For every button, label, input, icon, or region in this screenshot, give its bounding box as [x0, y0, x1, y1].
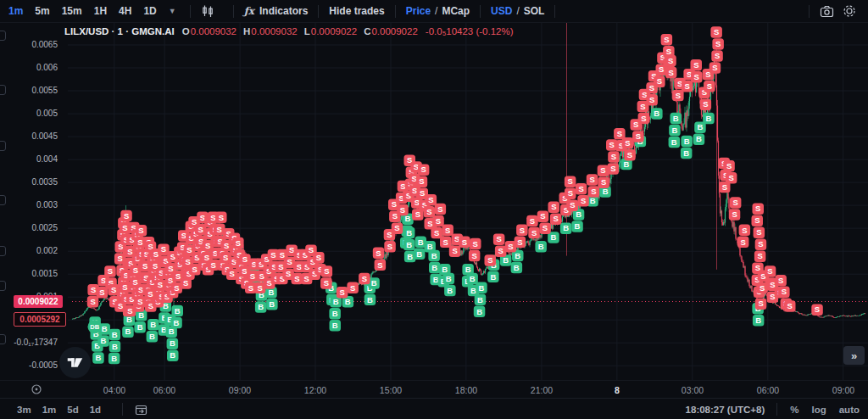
- svg-text:B: B: [705, 114, 711, 123]
- svg-text:S: S: [551, 202, 556, 211]
- svg-text:B: B: [170, 350, 175, 360]
- svg-text:B: B: [149, 332, 155, 341]
- indicators-button[interactable]: ƒx Indicators: [244, 5, 309, 17]
- svg-text:S: S: [309, 245, 314, 254]
- svg-text:S: S: [387, 242, 392, 251]
- svg-text:S: S: [462, 237, 467, 247]
- timeframe-1D[interactable]: 1D: [143, 5, 156, 17]
- svg-text:S: S: [127, 247, 132, 256]
- time-axis-border: [0, 380, 868, 381]
- svg-text:S: S: [350, 283, 355, 293]
- svg-text:S: S: [770, 280, 775, 289]
- chart-settings-button[interactable]: [843, 4, 856, 18]
- svg-text:S: S: [589, 175, 594, 184]
- svg-text:B: B: [671, 137, 677, 147]
- svg-text:B: B: [697, 122, 703, 131]
- svg-text:S: S: [133, 265, 138, 275]
- sol-option[interactable]: SOL: [524, 5, 545, 17]
- timeframe-15m[interactable]: 15m: [62, 5, 82, 17]
- timeframe-group: 1m5m15m1H4H1D: [8, 5, 169, 17]
- scroll-to-latest-button[interactable]: »: [843, 346, 865, 365]
- screenshot-button[interactable]: [820, 5, 834, 18]
- time-tick-label: 12:00: [304, 385, 326, 395]
- svg-text:B: B: [125, 327, 131, 336]
- svg-text:S: S: [443, 237, 448, 247]
- axis-settings-icon[interactable]: [31, 383, 42, 399]
- fx-icon: ƒx: [244, 5, 254, 17]
- timeframe-dropdown-caret[interactable]: ▼: [169, 7, 176, 15]
- range-1m[interactable]: 1m: [42, 405, 57, 415]
- go-to-date-button[interactable]: [135, 404, 147, 416]
- camera-icon: [820, 5, 834, 18]
- mcap-option[interactable]: MCap: [442, 5, 470, 17]
- svg-text:S: S: [445, 226, 450, 235]
- svg-text:S: S: [242, 266, 247, 276]
- range-3m[interactable]: 3m: [17, 405, 31, 415]
- svg-text:B: B: [476, 307, 482, 316]
- svg-text:S: S: [427, 219, 432, 228]
- svg-text:B: B: [576, 210, 581, 219]
- timeframe-1m[interactable]: 1m: [8, 5, 23, 17]
- range-5d[interactable]: 5d: [67, 405, 78, 415]
- ohlc-h: H0.0009032: [243, 26, 298, 36]
- range-1d[interactable]: 1d: [90, 405, 101, 415]
- svg-text:B: B: [175, 306, 181, 316]
- svg-text:S: S: [316, 253, 321, 262]
- svg-text:S: S: [392, 211, 398, 221]
- timeframe-4H[interactable]: 4H: [119, 5, 131, 17]
- timeframe-5m[interactable]: 5m: [35, 5, 49, 17]
- svg-text:S: S: [137, 237, 142, 247]
- svg-text:S: S: [174, 283, 179, 293]
- tradingview-logo[interactable]: [59, 347, 91, 378]
- hide-trades-button[interactable]: Hide trades: [329, 5, 384, 17]
- svg-text:B: B: [696, 134, 702, 143]
- candle-style-button[interactable]: [201, 4, 214, 18]
- svg-text:B: B: [102, 324, 108, 333]
- percent-scale-button[interactable]: %: [790, 405, 798, 415]
- svg-text:S: S: [694, 72, 699, 81]
- svg-text:B: B: [150, 320, 156, 329]
- svg-text:S: S: [473, 239, 478, 249]
- svg-text:B: B: [416, 249, 422, 259]
- calendar-icon: [135, 404, 147, 416]
- svg-text:S: S: [520, 226, 525, 235]
- auto-scale-button[interactable]: auto: [839, 405, 860, 415]
- price-tick-label: -0.0₁₇17347: [12, 338, 58, 347]
- clock-timezone[interactable]: 18:08:27 (UTC+8): [686, 405, 765, 415]
- usd-sol-toggle[interactable]: USD / SOL: [491, 5, 544, 17]
- price-mcap-toggle[interactable]: Price / MCap: [406, 5, 470, 17]
- svg-text:B: B: [683, 148, 689, 158]
- svg-text:S: S: [400, 182, 405, 191]
- svg-text:B: B: [101, 336, 107, 345]
- svg-text:B: B: [550, 232, 556, 242]
- chart-legend: LILX/USD · 1 · GMGN.AI O0.0009032H0.0009…: [64, 26, 514, 36]
- svg-text:S: S: [108, 266, 113, 276]
- chart-canvas[interactable]: BBBBBBBBBBBBBBBBBBBBBBBBBBBBBBBBBBBBBBBB…: [0, 22, 868, 380]
- svg-text:S: S: [324, 278, 329, 288]
- price-option[interactable]: Price: [406, 5, 431, 17]
- svg-text:S: S: [118, 254, 123, 263]
- svg-text:S: S: [625, 138, 630, 148]
- svg-text:S: S: [175, 271, 181, 281]
- svg-text:S: S: [242, 254, 248, 264]
- bottom-toolbar: 3m1m5d1d 18:08:27 (UTC+8) % log auto: [0, 398, 868, 419]
- current-price-badge: 0.0009022: [14, 295, 63, 308]
- clipped-drawing-toolbar: [0, 22, 7, 380]
- usd-option[interactable]: USD: [491, 5, 512, 17]
- svg-text:S: S: [437, 204, 442, 214]
- svg-text:S: S: [289, 245, 294, 254]
- svg-text:S: S: [714, 27, 719, 36]
- gear-icon: [843, 4, 856, 18]
- toolbar-divider: [233, 5, 234, 18]
- svg-text:B: B: [563, 223, 569, 232]
- svg-text:S: S: [147, 289, 153, 299]
- svg-text:S: S: [223, 253, 228, 262]
- timeframe-1H[interactable]: 1H: [94, 5, 107, 17]
- svg-text:S: S: [664, 35, 669, 44]
- svg-text:S: S: [210, 213, 215, 222]
- trade-markers: BBBBBBBBBBBBBBBBBBBBBBBBBBBBBBBBBBBBBBBB…: [87, 26, 823, 364]
- svg-text:B: B: [345, 297, 351, 306]
- log-scale-button[interactable]: log: [811, 405, 826, 415]
- svg-text:S: S: [657, 76, 662, 86]
- svg-text:S: S: [286, 269, 291, 278]
